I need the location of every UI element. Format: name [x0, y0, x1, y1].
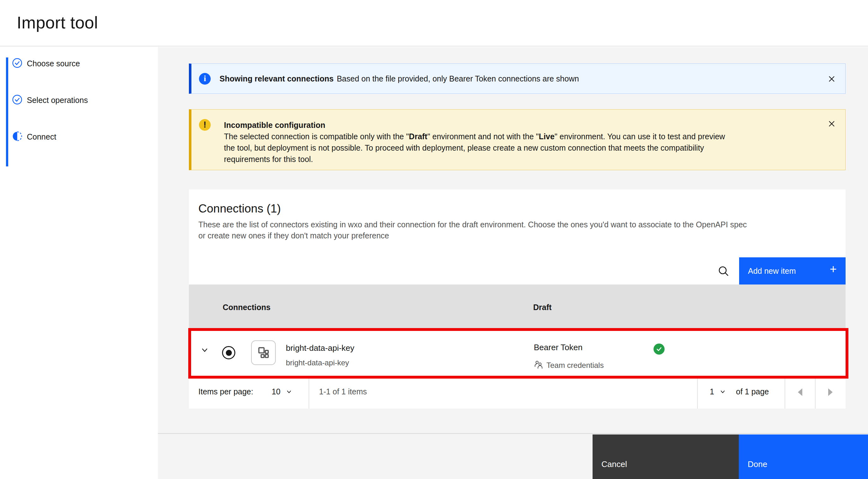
items-per-page-value: 10: [272, 387, 280, 396]
previous-page-button[interactable]: [785, 376, 815, 409]
close-icon[interactable]: [826, 119, 837, 129]
credential-type: Team credentials: [534, 360, 603, 371]
plus-icon: +: [830, 263, 837, 275]
table-header: Connections Draft: [189, 285, 845, 329]
connections-card: Connections (1) These are the list of co…: [189, 189, 845, 409]
caret-back-icon: [798, 388, 802, 396]
search-icon[interactable]: [717, 264, 731, 278]
page-count-text: of 1 page: [736, 387, 769, 396]
connector-tile-icon: [251, 340, 276, 365]
step-complete-icon: [12, 58, 23, 69]
progress-rule: [6, 58, 8, 166]
column-header-draft: Draft: [533, 303, 552, 312]
warning-body: The selected connection is compatible on…: [224, 131, 840, 165]
info-message: Based on the file provided, only Bearer …: [337, 74, 579, 83]
footer-divider: [158, 433, 868, 434]
step-label: Connect: [27, 132, 56, 141]
close-icon[interactable]: [826, 73, 837, 84]
connection-name: bright-data-api-key: [286, 343, 354, 353]
table-row[interactable]: bright-data-api-key bright-data-api-key …: [189, 329, 845, 376]
credential-type-label: Team credentials: [547, 361, 603, 370]
import-tool-page: Import tool Choose source Select operati…: [0, 0, 868, 479]
info-notification-text: Showing relevant connectionsBased on the…: [219, 74, 579, 83]
warning-icon: !: [199, 119, 211, 131]
chevron-down-icon: [719, 388, 726, 395]
page-header: Import tool: [0, 0, 868, 46]
chevron-down-icon[interactable]: [199, 345, 210, 356]
page-number-value: 1: [710, 387, 714, 396]
step-select-operations[interactable]: Select operations: [12, 91, 88, 109]
warning-title: Incompatible configuration: [224, 119, 840, 131]
connected-status-icon: [653, 344, 664, 355]
radio-button-selected[interactable]: [222, 346, 235, 359]
add-new-item-button[interactable]: Add new item +: [739, 257, 845, 285]
step-connect[interactable]: Connect: [12, 128, 56, 146]
next-page-button[interactable]: [815, 376, 845, 409]
step-complete-icon: [12, 94, 23, 106]
column-header-connections: Connections: [223, 303, 270, 312]
divider: [309, 376, 309, 409]
caret-forward-icon: [828, 388, 833, 396]
items-per-page-label: Items per page:: [198, 387, 253, 396]
info-notification: i Showing relevant connectionsBased on t…: [189, 63, 845, 94]
page-title: Import tool: [17, 12, 98, 32]
wizard-progress-sidebar: Choose source Select operations Connect: [0, 47, 158, 479]
pagination-bar: Items per page: 10 1-1 of 1 items 1 of 1…: [189, 376, 845, 409]
page-number-select[interactable]: 1: [710, 387, 726, 396]
info-icon: i: [199, 73, 211, 85]
connections-description: These are the list of connectors existin…: [198, 219, 747, 241]
done-button[interactable]: Done: [739, 435, 868, 479]
divider: [697, 376, 698, 409]
cancel-button[interactable]: Cancel: [593, 435, 739, 479]
pagination-range-text: 1-1 of 1 items: [319, 387, 367, 396]
info-title: Showing relevant connections: [219, 74, 334, 83]
items-per-page-select[interactable]: 10: [272, 387, 292, 396]
step-current-icon: [12, 131, 23, 143]
step-choose-source[interactable]: Choose source: [12, 55, 80, 72]
connections-heading: Connections (1): [198, 202, 281, 215]
warning-notification-text: Incompatible configuration The selected …: [224, 119, 840, 165]
chevron-down-icon: [285, 388, 292, 395]
warning-notification: ! Incompatible configuration The selecte…: [189, 109, 845, 170]
radio-dot: [226, 350, 232, 356]
team-icon: [534, 360, 543, 371]
step-label: Choose source: [27, 59, 80, 68]
step-label: Select operations: [27, 96, 88, 105]
connection-subtitle: bright-data-api-key: [286, 358, 349, 367]
add-button-label: Add new item: [748, 266, 796, 276]
draft-connection-type: Bearer Token: [534, 343, 583, 352]
